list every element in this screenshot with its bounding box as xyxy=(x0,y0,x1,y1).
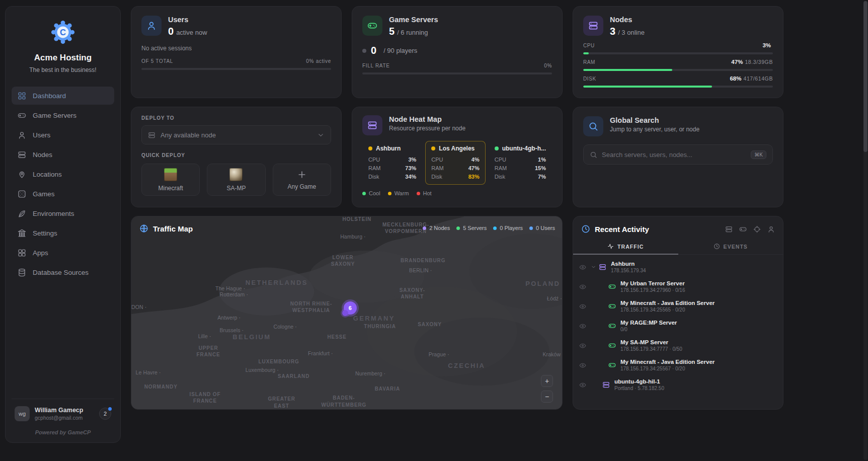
ram-bar-fill xyxy=(583,69,672,71)
ram-value: 47% xyxy=(731,59,743,65)
dashboard-grid-icon xyxy=(18,92,26,100)
eye-icon[interactable] xyxy=(579,362,586,369)
traffic-map[interactable]: HOLSTEIN MECKLENBURG-VORPOMMERN Hamburg … xyxy=(131,216,562,409)
quick-deploy-label: QUICK DEPLOY xyxy=(141,152,331,158)
eye-icon[interactable] xyxy=(579,323,586,330)
nav-label: Apps xyxy=(33,249,48,257)
legend-label: 0 Players xyxy=(500,225,523,231)
legend-label: 2 Nodes xyxy=(429,225,450,231)
quick-deploy-any-game-button[interactable]: Any Game xyxy=(273,164,331,196)
metric-label: Disk xyxy=(495,174,505,180)
gamepad-icon xyxy=(367,21,377,31)
sidebar-item-dashboard[interactable]: Dashboard xyxy=(12,87,114,105)
map-label: Nuremberg xyxy=(355,370,385,376)
quick-deploy-minecraft-button[interactable]: Minecraft xyxy=(141,164,200,196)
map-label: Rotterdam xyxy=(219,291,248,297)
zoom-in-button[interactable]: + xyxy=(541,375,553,387)
activity-row[interactable]: My Minecraft - Java Edition Server 178.1… xyxy=(573,296,783,316)
notification-badge[interactable]: 2 xyxy=(99,408,111,420)
brand-name: Acme Hosting xyxy=(12,53,114,63)
eye-icon[interactable] xyxy=(579,303,586,310)
fill-rate-label: FILL RATE xyxy=(362,63,390,68)
metric-value: 73% xyxy=(405,165,416,171)
user-box[interactable]: wg William Gamecp gcphost@gmail.com 2 xyxy=(12,399,114,421)
activity-tabs: TRAFFIC EVENTS xyxy=(573,239,783,255)
eye-icon[interactable] xyxy=(579,264,586,271)
users-percent-label: 0% active xyxy=(306,58,331,64)
legend-users-toggle[interactable]: 0 Users xyxy=(529,225,555,231)
metric-label: CPU xyxy=(495,157,506,163)
activity-row[interactable]: My Minecraft - Java Edition Server 178.1… xyxy=(573,355,783,375)
map-node-marker[interactable] xyxy=(342,310,348,316)
global-search-title: Global Search xyxy=(610,116,699,124)
sidebar-item-environments[interactable]: Environments xyxy=(12,204,114,222)
map-label: CZECHIA xyxy=(448,362,485,369)
server-icon xyxy=(588,21,598,31)
map-label: BELGIUM xyxy=(232,333,271,341)
ram-label: RAM xyxy=(583,59,595,65)
filter-servers-icon[interactable] xyxy=(739,225,747,233)
sidebar-item-apps[interactable]: Apps xyxy=(12,244,114,262)
quick-deploy-samp-button[interactable]: SA-MP xyxy=(207,164,265,196)
activity-item-name: My Urban Terror Server xyxy=(620,280,685,286)
sidebar-item-nodes[interactable]: Nodes xyxy=(12,145,114,164)
search-icon xyxy=(590,151,597,159)
activity-row[interactable]: My SA-MP Server 178.156.179.34:7777 · 0/… xyxy=(573,336,783,355)
keyboard-shortcut-badge: ⌘K xyxy=(751,150,766,159)
eye-icon[interactable] xyxy=(579,381,586,389)
legend-players-toggle[interactable]: 0 Players xyxy=(493,225,523,231)
map-label: HESSE xyxy=(327,334,346,340)
activity-item-detail: 178.156.179.34:25565 · 0/20 xyxy=(620,307,715,313)
legend-servers-toggle[interactable]: 5 Servers xyxy=(456,225,487,231)
sidebar-item-locations[interactable]: Locations xyxy=(12,165,114,183)
nav-label: Dashboard xyxy=(33,92,66,100)
eye-icon[interactable] xyxy=(579,283,586,290)
legend-label: 0 Users xyxy=(536,225,555,231)
globe-icon xyxy=(139,224,148,233)
users-card-title: Users xyxy=(168,16,207,24)
node-select-dropdown[interactable]: Any available node xyxy=(141,125,331,144)
deploy-card: DEPLOY TO Any available node QUICK DEPLO… xyxy=(131,107,342,207)
sidebar-item-database-sources[interactable]: Database Sources xyxy=(12,263,114,281)
heat-node-ashburn[interactable]: Ashburn CPU3% RAM73% Disk34% xyxy=(362,141,422,185)
eye-icon[interactable] xyxy=(579,342,586,349)
gamepad-icon xyxy=(18,111,26,120)
sidebar-item-users[interactable]: Users xyxy=(12,126,114,144)
nav-label: Nodes xyxy=(33,151,52,159)
game-server-icon xyxy=(608,322,616,330)
global-search-input[interactable] xyxy=(602,151,746,159)
filter-users-icon[interactable] xyxy=(767,225,775,233)
page-scrollbar[interactable] xyxy=(863,1,867,460)
activity-row[interactable]: My RAGE:MP Server 0/0 xyxy=(573,316,783,336)
metric-value: 4% xyxy=(471,157,480,163)
tab-traffic[interactable]: TRAFFIC xyxy=(573,239,678,255)
users-active-line: 0active now xyxy=(168,26,207,37)
heat-node-ubuntu[interactable]: ubuntu-4gb-h... CPU1% RAM15% Disk7% xyxy=(489,141,552,185)
map-label: DON xyxy=(131,304,146,310)
user-icon xyxy=(146,21,156,31)
recent-activity-header: Recent Activity xyxy=(573,216,783,239)
legend-nodes-toggle[interactable]: 2 Nodes xyxy=(423,225,450,231)
sidebar-item-game-servers[interactable]: Game Servers xyxy=(12,106,114,124)
legend-label: Warm xyxy=(394,190,409,196)
global-search-card: Global Search Jump to any server, user, … xyxy=(573,107,783,207)
metric-label: CPU xyxy=(368,157,380,163)
tab-events[interactable]: EVENTS xyxy=(678,239,783,255)
page-scrollbar-thumb[interactable] xyxy=(863,1,867,152)
sidebar-item-games[interactable]: Games xyxy=(12,185,114,203)
disk-value: 68% xyxy=(730,75,741,82)
cool-status-dot xyxy=(495,146,499,150)
metric-value: 7% xyxy=(538,174,546,180)
heat-node-los-angeles[interactable]: Los Angeles CPU4% RAM47% Disk83% xyxy=(425,141,485,185)
activity-row[interactable]: ubuntu-4gb-hil-1 Portland · 5.78.182.50 xyxy=(573,375,783,395)
chevron-down-icon[interactable] xyxy=(591,264,596,270)
database-icon xyxy=(18,268,26,277)
filter-players-icon[interactable] xyxy=(753,225,761,233)
activity-filters xyxy=(725,225,775,233)
filter-nodes-icon[interactable] xyxy=(725,225,733,233)
activity-row[interactable]: Ashburn 178.156.179.34 xyxy=(573,257,783,277)
activity-row[interactable]: My Urban Terror Server 178.156.179.34:27… xyxy=(573,277,783,296)
users-active-count: 0 xyxy=(168,26,174,37)
zoom-out-button[interactable]: − xyxy=(541,391,553,403)
sidebar-item-settings[interactable]: Settings xyxy=(12,224,114,242)
